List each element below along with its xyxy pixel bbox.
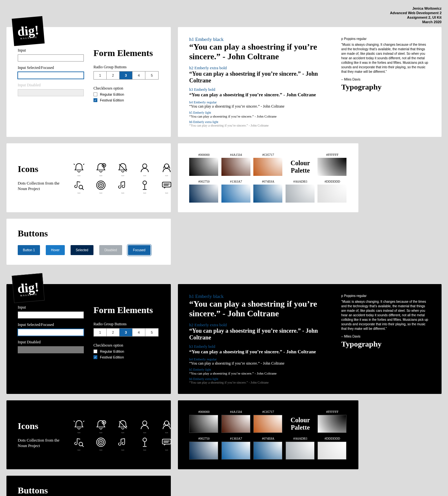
swatch-label: #FFFFFF (317, 410, 347, 414)
radio-option-3[interactable]: 3 (120, 72, 132, 79)
panel-buttons: Buttons Button 1 Hover Selected Disabled… (6, 476, 171, 496)
swatch-label: #1363A7 (221, 180, 251, 183)
radio-option-3[interactable]: 3 (120, 329, 132, 336)
radio-option-5[interactable]: 5 (145, 72, 158, 79)
panel-palette: #000000 #4A1504 #C05717 Colour Palette #… (178, 143, 358, 212)
h1-label: h1 Emberly black (189, 294, 332, 299)
input-focused[interactable] (18, 329, 84, 336)
swatch-label: #000000 (189, 153, 219, 157)
radio-option-2[interactable]: 2 (107, 329, 120, 336)
checkbox-regular[interactable]: Regular Edition (93, 349, 160, 353)
radio-option-1[interactable]: 1 (94, 72, 107, 79)
buttons-title: Buttons (18, 485, 160, 496)
p-body: “Music is always changing. It changes be… (341, 300, 430, 331)
ui-kit-light: dig! MAGAZINE Input Input Selected/Focus… (6, 27, 442, 265)
input-default[interactable] (18, 311, 84, 319)
swatch-dddddd (317, 185, 346, 203)
svg-rect-17 (162, 439, 171, 444)
swatch-a6adb3 (286, 185, 315, 203)
button-focused[interactable]: Focused (128, 245, 151, 255)
svg-point-15 (98, 439, 103, 445)
h4-label: h4 Emberly regular (189, 100, 332, 104)
button-disabled: Disabled (99, 245, 122, 255)
radio-label: Radio Group Buttons (93, 322, 160, 327)
swatch-label: #FFFFFF (317, 153, 347, 157)
music-search-icon: icon (69, 436, 89, 451)
swatch-000000 (189, 415, 218, 433)
radio-option-4[interactable]: 4 (132, 329, 145, 336)
swatch-c05717 (253, 415, 282, 433)
checkbox-festival[interactable]: ✓ Festival Edition (93, 355, 160, 359)
checkbox-festival-label: Festival Edition (100, 355, 124, 359)
svg-point-6 (98, 182, 103, 188)
swatch-label: #074E8A (253, 180, 283, 183)
panel-buttons: Buttons Button 1 Hover Selected Disabled… (6, 219, 171, 265)
h6-label: h6 Emberly extra light (189, 377, 332, 381)
input-label: Input (18, 305, 84, 310)
input-disabled-label: Input Disabled (18, 83, 84, 88)
icons-title: Icons (18, 164, 60, 174)
button-hover[interactable]: Hover (46, 245, 65, 255)
swatch-label: #074E8A (253, 437, 283, 440)
swatch-4a1504 (221, 158, 250, 176)
user-female-icon: icon (157, 419, 176, 434)
button-selected[interactable]: Selected (71, 245, 93, 255)
swatch-label: #DDDDDD (317, 180, 347, 183)
button-default[interactable]: Button 1 (18, 245, 40, 255)
input-disabled (18, 346, 84, 353)
svg-point-7 (143, 181, 146, 185)
checkbox-regular-label: Regular Edition (100, 349, 124, 353)
h2-sample: “You can play a shoestring if you’re sin… (189, 71, 332, 84)
input-default[interactable] (18, 54, 84, 62)
h3-sample: “You can play a shoestring if you’re sin… (189, 349, 332, 355)
input-disabled (18, 89, 84, 96)
radio-label: Radio Group Buttons (93, 65, 160, 70)
meta-course: Advanced Web Development 2 (6, 11, 442, 15)
logo: dig! MAGAZINE (12, 273, 44, 303)
radio-group: 1 2 3 4 5 (93, 328, 159, 337)
checkbox-regular[interactable]: Regular Edition (93, 92, 160, 96)
swatch-ffffff (317, 158, 346, 176)
h6-sample: “You can play a shoestring if you’re sin… (189, 124, 332, 127)
palette-title: Colour Palette (286, 410, 315, 431)
h2-label: h2 Emberly extra bold (189, 322, 332, 328)
radio-option-2[interactable]: 2 (107, 72, 120, 79)
swatch-label: #A6ADB3 (286, 437, 315, 440)
svg-point-1 (142, 164, 147, 168)
input-focused[interactable] (18, 72, 84, 79)
swatch-074e8a (253, 185, 282, 203)
radio-option-5[interactable]: 5 (145, 329, 158, 336)
input-label: Input (18, 48, 84, 53)
h4-sample: “You can play a shoestring if you’re sin… (189, 104, 332, 109)
swatch-002750 (189, 442, 218, 460)
swatch-1363a7 (221, 442, 250, 460)
h5-label: h5 Emberly light (189, 368, 332, 371)
h1-label: h1 Emberly black (189, 37, 332, 42)
swatch-label: #002750 (189, 437, 219, 440)
input-disabled-label: Input Disabled (18, 340, 84, 345)
icon-grid: icon icon icon icon icon icon icon icon … (69, 419, 176, 451)
bell-ring-icon: icon (69, 419, 89, 434)
user-male-icon: icon (135, 419, 154, 434)
svg-point-10 (142, 421, 147, 425)
radio-option-4[interactable]: 4 (132, 72, 145, 79)
checkbox-festival[interactable]: ✓ Festival Edition (93, 98, 160, 102)
ui-kit-dark: dig! MAGAZINE Input Input Selected/Focus… (6, 284, 442, 496)
chat-icon: icon (157, 436, 176, 451)
swatch-002750 (189, 185, 218, 203)
vinyl-icon: icon (91, 179, 111, 194)
p-credit: – Miles Davis (341, 334, 430, 339)
music-search-icon: icon (69, 179, 89, 194)
swatch-074e8a (253, 442, 282, 460)
swatch-4a1504 (221, 415, 250, 433)
radio-option-1[interactable]: 1 (94, 329, 107, 336)
bell-ring-icon: icon (69, 162, 89, 176)
icons-subtitle: Dots Collection from the Noun Project (18, 181, 60, 192)
meta-date: March 2020 (6, 20, 442, 24)
h5-sample: “You can play a shoestring if you’re sin… (189, 114, 332, 118)
swatch-label: #000000 (189, 410, 219, 414)
h3-label: h3 Emberly bold (189, 87, 332, 92)
swatch-label: #A6ADB3 (286, 180, 315, 183)
swatch-label: #4A1504 (221, 153, 251, 157)
user-male-icon: icon (135, 162, 154, 176)
